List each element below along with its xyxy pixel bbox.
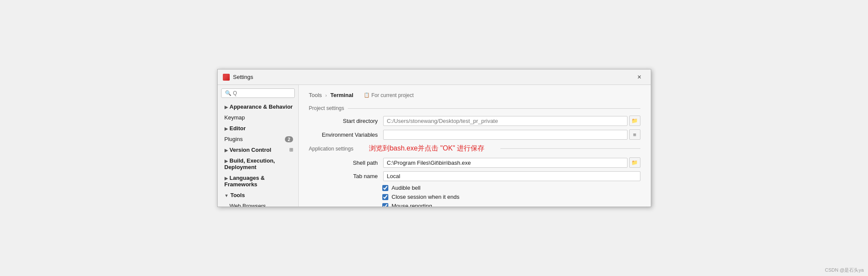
application-settings-label: Application settings 浏览到bash.exe并点击 "OK"… [309, 144, 640, 153]
audible-bell-checkbox[interactable] [382, 185, 388, 191]
sidebar-item-version-control[interactable]: ▶Version Control ⊞ [218, 144, 298, 155]
folder-icon-2: 📁 [631, 160, 638, 166]
mouse-reporting-label: Mouse reporting [392, 203, 432, 207]
env-variables-row: Environment Variables ≡ [309, 129, 640, 140]
shell-path-label: Shell path [309, 160, 378, 166]
search-icon: 🔍 [225, 90, 231, 96]
content-area: Tools › Terminal 📋 For current project P… [299, 85, 651, 207]
audible-bell-label: Audible bell [392, 185, 421, 191]
sidebar-item-plugins[interactable]: Plugins 2 [218, 134, 298, 144]
env-variables-label: Environment Variables [309, 132, 378, 138]
breadcrumb-terminal: Terminal [331, 92, 353, 98]
project-icon: 📋 [364, 92, 370, 98]
plugins-badge: 2 [285, 136, 293, 142]
title-bar: Settings × [218, 69, 651, 85]
sidebar-item-appearance[interactable]: ▶Appearance & Behavior [218, 101, 298, 112]
shell-path-input[interactable] [383, 158, 628, 168]
sidebar-item-editor[interactable]: ▶Editor [218, 123, 298, 134]
sidebar: 🔍 ▶Appearance & Behavior Keymap ▶Editor … [218, 85, 299, 207]
breadcrumb-separator: › [325, 93, 327, 98]
settings-window: Settings × 🔍 ▶Appearance & Behavior Keym… [217, 69, 651, 207]
sidebar-item-tools[interactable]: ▼Tools [218, 190, 298, 201]
search-box[interactable]: 🔍 [221, 88, 295, 98]
start-directory-row: Start directory 📁 [309, 116, 640, 126]
app-icon [223, 74, 230, 81]
search-input[interactable] [233, 90, 298, 96]
mouse-reporting-row: Mouse reporting [382, 203, 640, 207]
project-settings-label: Project settings [309, 105, 640, 111]
shell-path-row: Shell path 📁 [309, 157, 640, 168]
annotation-text: 浏览到bash.exe并点击 "OK" 进行保存 [357, 144, 497, 153]
watermark: CSDN @是石头ya [825, 267, 864, 273]
tab-name-input[interactable] [383, 171, 640, 181]
close-session-row: Close session when it ends [382, 194, 640, 200]
env-variables-edit-button[interactable]: ≡ [629, 129, 640, 140]
start-directory-wrap: 📁 [383, 116, 640, 126]
window-title: Settings [233, 74, 634, 80]
audible-bell-row: Audible bell [382, 185, 640, 191]
start-directory-browse-button[interactable]: 📁 [629, 116, 640, 126]
close-session-label: Close session when it ends [392, 194, 460, 200]
close-session-checkbox[interactable] [382, 194, 388, 200]
shell-path-browse-button[interactable]: 📁 [629, 157, 640, 168]
tab-name-wrap [383, 171, 640, 181]
env-variables-wrap: ≡ [383, 129, 640, 140]
shell-path-wrap: 📁 [383, 157, 640, 168]
mouse-reporting-checkbox[interactable] [382, 203, 388, 207]
sidebar-item-web-browsers[interactable]: Web Browsers [218, 201, 298, 207]
tab-name-label: Tab name [309, 173, 378, 179]
folder-icon: 📁 [631, 118, 638, 124]
window-body: 🔍 ▶Appearance & Behavior Keymap ▶Editor … [218, 85, 651, 207]
sidebar-item-languages[interactable]: ▶Languages & Frameworks [218, 172, 298, 190]
breadcrumb-tools: Tools [309, 92, 322, 98]
env-variables-input[interactable] [383, 130, 628, 140]
sidebar-item-keymap[interactable]: Keymap [218, 112, 298, 123]
edit-icon: ≡ [633, 132, 637, 138]
start-directory-input[interactable] [383, 116, 628, 126]
start-directory-label: Start directory [309, 118, 378, 124]
breadcrumb-project[interactable]: 📋 For current project [364, 92, 414, 98]
version-control-icon: ⊞ [289, 147, 293, 153]
breadcrumb: Tools › Terminal 📋 For current project [309, 92, 640, 98]
tab-name-row: Tab name [309, 171, 640, 181]
sidebar-item-build[interactable]: ▶Build, Execution, Deployment [218, 155, 298, 172]
close-button[interactable]: × [634, 71, 646, 83]
